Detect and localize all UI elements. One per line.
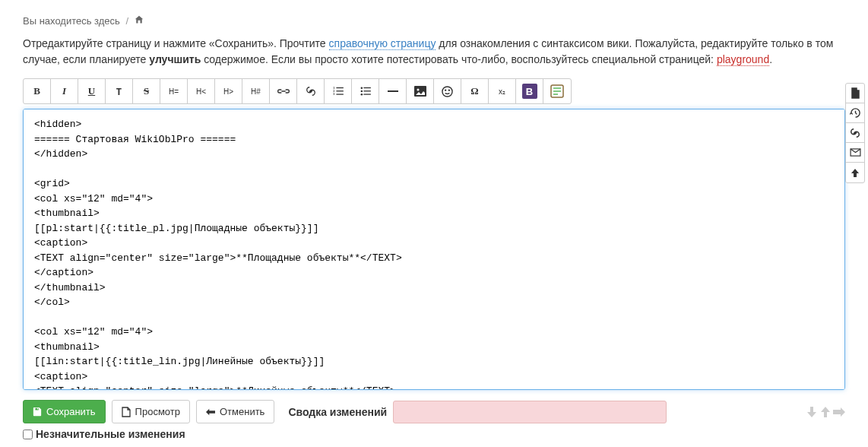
playground-link[interactable]: playground <box>717 53 769 66</box>
save-button[interactable]: Сохранить <box>23 400 106 423</box>
breadcrumb: Вы находитесь здесь / <box>23 15 845 27</box>
internal-link-button[interactable] <box>270 79 297 103</box>
bootstrap-button[interactable]: B <box>516 79 543 103</box>
back-icon <box>206 408 215 416</box>
svg-text:3: 3 <box>333 92 334 96</box>
underline-button[interactable]: U <box>78 79 106 103</box>
draft-nav-icons <box>806 407 845 417</box>
wrap-button[interactable] <box>543 79 571 103</box>
svg-point-7 <box>360 90 363 93</box>
smiley-button[interactable] <box>434 79 461 103</box>
svg-point-15 <box>442 86 452 96</box>
svg-rect-0 <box>336 87 343 88</box>
external-link-button[interactable] <box>297 79 325 103</box>
draft-last-icon[interactable] <box>833 407 845 417</box>
minor-changes-label[interactable]: Незначительные изменения <box>23 428 845 440</box>
cancel-button[interactable]: Отменить <box>196 400 274 423</box>
bottom-bar: Сохранить Просмотр Отменить Сводка измен… <box>23 400 845 423</box>
heading-select-button[interactable]: H# <box>242 79 270 103</box>
hr-button[interactable] <box>379 79 407 103</box>
top-icon[interactable] <box>846 163 864 182</box>
home-icon[interactable] <box>135 15 144 27</box>
file-icon <box>122 407 131 417</box>
breadcrumb-label: Вы находитесь здесь <box>23 15 120 27</box>
svg-point-16 <box>445 90 446 90</box>
svg-rect-2 <box>336 94 343 94</box>
editor-toolbar: B I U T S H= H< H> H# 123 Ω x₂ B <box>23 78 572 104</box>
svg-point-6 <box>360 87 363 89</box>
side-tools <box>845 83 865 183</box>
breadcrumb-separator: / <box>126 15 129 27</box>
svg-rect-9 <box>363 87 370 88</box>
chars-button[interactable]: Ω <box>461 79 489 103</box>
unordered-list-button[interactable] <box>352 79 379 103</box>
mono-button[interactable]: T <box>106 79 133 103</box>
bold-button[interactable]: B <box>24 79 51 103</box>
save-icon <box>33 407 42 417</box>
heading-higher-button[interactable]: H> <box>215 79 242 103</box>
new-page-icon[interactable] <box>846 84 864 103</box>
summary-input[interactable] <box>393 401 667 423</box>
backlinks-icon[interactable] <box>846 123 864 143</box>
italic-button[interactable]: I <box>51 79 78 103</box>
svg-rect-12 <box>388 90 398 92</box>
preview-button[interactable]: Просмотр <box>112 400 190 423</box>
heading-lower-button[interactable]: H< <box>188 79 215 103</box>
intro-text: Отредактируйте страницу и нажмите «Сохра… <box>23 36 845 68</box>
svg-point-14 <box>417 89 419 91</box>
summary-label: Сводка изменений <box>288 406 387 418</box>
draft-next-icon[interactable] <box>819 407 832 417</box>
subscribe-icon[interactable] <box>846 143 864 163</box>
svg-rect-11 <box>363 94 370 94</box>
strike-button[interactable]: S <box>133 79 160 103</box>
ordered-list-button[interactable]: 123 <box>325 79 352 103</box>
heading-same-button[interactable]: H= <box>160 79 188 103</box>
signature-button[interactable]: x₂ <box>489 79 516 103</box>
svg-point-17 <box>448 90 449 90</box>
wiki-editor-textarea[interactable] <box>23 109 845 390</box>
help-link[interactable]: справочную страницу <box>329 37 436 50</box>
svg-rect-10 <box>363 90 370 91</box>
minor-changes-checkbox[interactable] <box>23 430 33 439</box>
svg-point-8 <box>360 94 363 96</box>
svg-rect-1 <box>336 90 343 91</box>
draft-prev-icon[interactable] <box>806 407 818 417</box>
revisions-icon[interactable] <box>846 103 864 123</box>
image-button[interactable] <box>407 79 434 103</box>
